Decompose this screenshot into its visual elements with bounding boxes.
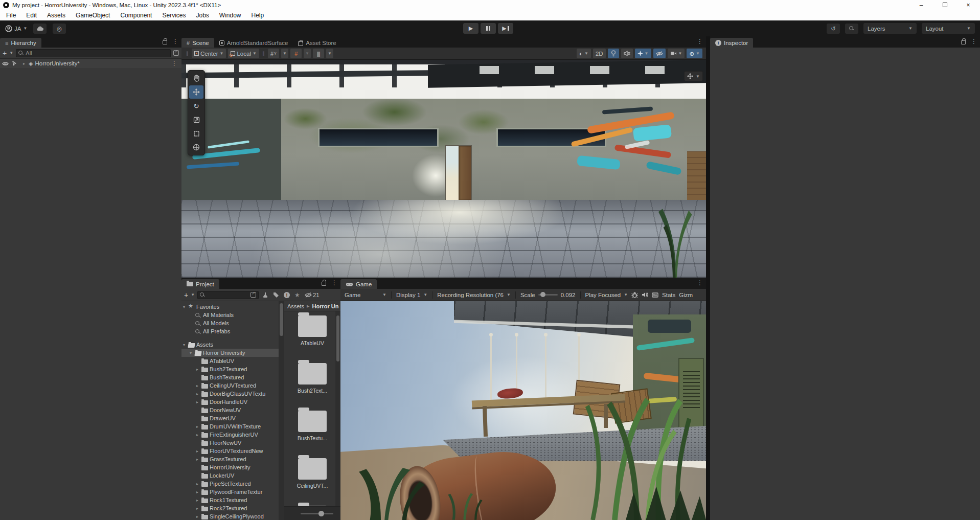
- tree-row[interactable]: ▸ DrumUVWithTexture: [181, 422, 279, 431]
- tree-row[interactable]: ▾ Favorites: [181, 303, 279, 311]
- layers-dropdown[interactable]: Layers ▼: [863, 23, 917, 34]
- scene-pickability-icon[interactable]: [12, 61, 17, 66]
- game-target-dropdown[interactable]: Game▼: [345, 292, 386, 298]
- tree-row[interactable]: ▸ Rock2Textured: [181, 504, 279, 512]
- grid-stats-button[interactable]: [652, 292, 658, 298]
- folder-grid-item[interactable]: Bush2Text...: [284, 359, 340, 406]
- expand-arrow-icon[interactable]: ▸: [195, 498, 200, 503]
- menu-item[interactable]: GameObject: [71, 12, 115, 19]
- kebab-menu-icon[interactable]: ⋮: [171, 60, 177, 67]
- orientation-overlay[interactable]: ▼: [684, 71, 703, 81]
- lighting-toggle[interactable]: [608, 49, 619, 58]
- snap-toggle-button[interactable]: #: [290, 49, 302, 58]
- stats-toggle[interactable]: Stats: [662, 292, 675, 298]
- menu-item[interactable]: Assets: [42, 12, 71, 19]
- scale-tool[interactable]: [189, 113, 203, 126]
- grid-visibility-dropdown[interactable]: ▼: [281, 49, 288, 58]
- pause-button[interactable]: [481, 23, 496, 34]
- scrollbar-thumb[interactable]: [280, 303, 283, 336]
- menu-item[interactable]: Services: [157, 12, 191, 19]
- scale-slider[interactable]: [538, 294, 558, 296]
- search-by-label-icon[interactable]: [273, 292, 279, 298]
- menu-item[interactable]: Window: [214, 12, 246, 19]
- tree-row[interactable]: ▸ PipeSetTextured: [181, 480, 279, 488]
- version-control-button[interactable]: ◎: [53, 24, 66, 34]
- expand-arrow-icon[interactable]: ▸: [195, 367, 200, 372]
- search-help-icon[interactable]: !: [284, 292, 290, 298]
- save-search-star-icon[interactable]: ★: [294, 291, 300, 299]
- expand-arrow-icon[interactable]: ▾: [181, 305, 187, 309]
- open-search-window-icon[interactable]: [250, 292, 256, 298]
- pivot-mode-dropdown[interactable]: Center ▼: [192, 49, 226, 58]
- tree-row[interactable]: BushTextured: [181, 373, 279, 381]
- tree-row[interactable]: ▸ GrassTextured: [181, 455, 279, 463]
- project-search-input[interactable]: [197, 291, 259, 299]
- tab-project[interactable]: Project: [181, 279, 219, 289]
- search-by-type-icon[interactable]: [262, 292, 268, 298]
- panel-splitter[interactable]: [706, 36, 710, 520]
- camera-dropdown[interactable]: ▼: [668, 49, 685, 58]
- expand-arrow-icon[interactable]: ▸: [195, 383, 200, 388]
- add-object-button[interactable]: +: [3, 51, 7, 56]
- breadcrumb-root[interactable]: Assets: [287, 303, 304, 309]
- transform-tool[interactable]: [189, 141, 203, 154]
- step-button[interactable]: ▶: [498, 23, 513, 34]
- expand-arrow-icon[interactable]: ▸: [195, 457, 200, 462]
- tree-row[interactable]: ▾ Horror University: [181, 349, 279, 357]
- folder-grid-item[interactable]: ATableUV: [284, 311, 340, 359]
- tree-row[interactable]: ▸ FireExtinguisherUV: [181, 431, 279, 439]
- tab-hierarchy[interactable]: ≡ Hierarchy: [0, 38, 41, 48]
- tree-row[interactable]: ▾ Assets: [181, 341, 279, 349]
- view-hand-tool[interactable]: [189, 72, 203, 85]
- expand-arrow-icon[interactable]: ▸: [195, 482, 200, 486]
- tab-asset-store[interactable]: Asset Store: [293, 38, 341, 48]
- scene-visibility-eye-icon[interactable]: [2, 61, 9, 66]
- game-viewport[interactable]: [340, 301, 706, 520]
- tree-row[interactable]: DrawerUV: [181, 414, 279, 422]
- hierarchy-search-input[interactable]: All: [16, 49, 171, 57]
- scale-slider-thumb[interactable]: [540, 292, 545, 297]
- tree-row[interactable]: ▸ PlywoodFrameTextur: [181, 488, 279, 496]
- tree-row[interactable]: HorrorUniversity: [181, 463, 279, 471]
- display-dropdown[interactable]: Display 1▼: [396, 292, 427, 298]
- scene-row[interactable]: ▸ ◈ HorrorUniversity* ⋮: [0, 59, 181, 68]
- minimize-button[interactable]: –: [909, 0, 933, 10]
- menu-item[interactable]: Edit: [21, 12, 42, 19]
- tree-row[interactable]: ▸ DoorHandleUV: [181, 398, 279, 406]
- kebab-menu-icon[interactable]: ⋮: [331, 279, 337, 286]
- menu-item[interactable]: Component: [115, 12, 157, 19]
- rect-tool[interactable]: [189, 127, 203, 140]
- hidden-packages-toggle[interactable]: 21: [305, 292, 320, 298]
- move-tool[interactable]: [189, 85, 203, 99]
- tree-row[interactable]: ▸ DoorBigGlassUVTextu: [181, 390, 279, 398]
- tree-row[interactable]: FloorNewUV: [181, 439, 279, 447]
- kebab-menu-icon[interactable]: ⋮: [172, 38, 178, 45]
- folder-grid-item[interactable]: CeilingUVT...: [284, 454, 340, 502]
- lock-icon[interactable]: [961, 40, 966, 44]
- tree-row[interactable]: ▸ Bush2Textured: [181, 365, 279, 373]
- tree-row[interactable]: ▸ FloorUVTexturedNew: [181, 447, 279, 455]
- scene-viewport[interactable]: ↻ ▼: [181, 60, 706, 278]
- tree-row[interactable]: ATableUV: [181, 357, 279, 365]
- chevron-down-icon[interactable]: ▼: [191, 292, 195, 297]
- expand-arrow-icon[interactable]: ▸: [195, 400, 200, 404]
- increment-snap-dropdown[interactable]: ▼: [326, 49, 333, 58]
- expand-arrow-icon[interactable]: ▸: [195, 424, 200, 429]
- layout-dropdown[interactable]: Layout ▼: [922, 23, 975, 34]
- grid-scrollbar[interactable]: [335, 311, 340, 506]
- snap-dropdown[interactable]: ▼: [304, 49, 311, 58]
- menu-item[interactable]: File: [1, 12, 21, 19]
- expand-arrow-icon[interactable]: ▾: [181, 343, 187, 347]
- expand-arrow-icon[interactable]: ▾: [188, 351, 193, 355]
- undo-history-button[interactable]: ↺: [827, 24, 840, 34]
- cloud-button[interactable]: [33, 24, 47, 34]
- menu-item[interactable]: Jobs: [191, 12, 214, 19]
- kebab-menu-icon[interactable]: ⋮: [697, 279, 703, 286]
- tab-game[interactable]: Game: [340, 279, 377, 289]
- play-button[interactable]: ▶: [463, 23, 478, 34]
- add-asset-button[interactable]: +: [184, 292, 188, 298]
- expand-arrow-icon[interactable]: ▸: [195, 514, 200, 519]
- tree-row[interactable]: All Prefabs: [181, 327, 279, 335]
- tree-row[interactable]: ▸ Rock1Textured: [181, 496, 279, 504]
- gizmo-navigation-toggle[interactable]: ⊕▼: [687, 49, 702, 58]
